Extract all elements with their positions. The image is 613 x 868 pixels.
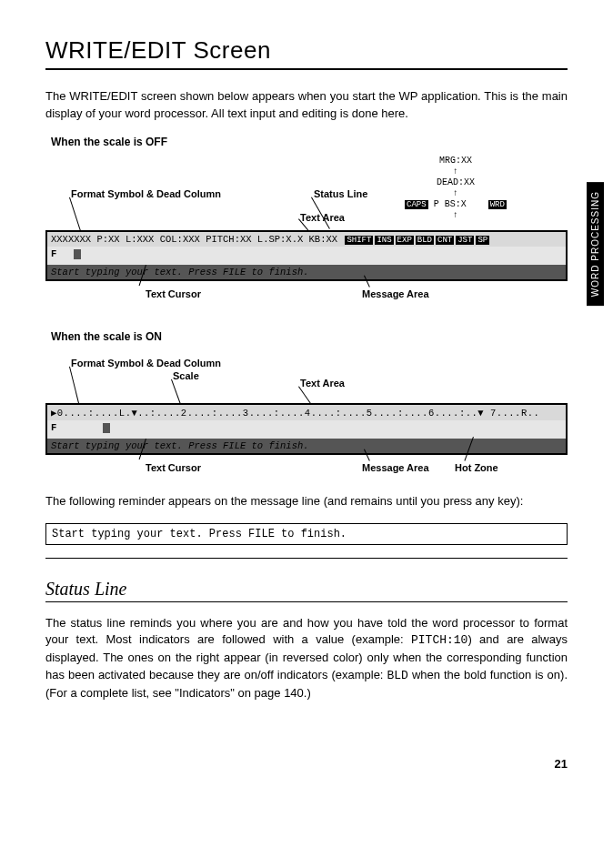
- status-mono-1: PITCH:10: [411, 633, 467, 647]
- text-cursor: [74, 249, 81, 259]
- label-format-symbol: Format Symbol & Dead Column: [71, 358, 221, 368]
- pointer-line: [171, 378, 181, 405]
- format-symbol: F: [51, 248, 56, 259]
- stack-caps: CAPS: [405, 200, 428, 210]
- diagram-on-labels-below: Text Cursor Message Area Hot Zone: [45, 459, 568, 480]
- status-line-paragraph: The status line reminds you where you ar…: [45, 615, 568, 702]
- mock-screen-on: ▶0....:....L.▼..:....2....:....3....:...…: [45, 403, 568, 455]
- label-message-area: Message Area: [362, 462, 429, 473]
- pointer-line: [69, 366, 80, 405]
- label-text-cursor: Text Cursor: [146, 462, 201, 473]
- side-tab: WORD PROCESSING: [587, 182, 604, 306]
- text-cursor: [103, 423, 110, 433]
- message-row: Start typing your text. Press FILE to fi…: [47, 439, 566, 453]
- diagram-scale-off: When the scale is OFF Format Symbol & De…: [45, 136, 568, 307]
- label-scale: Scale: [173, 370, 199, 381]
- label-text-cursor: Text Cursor: [146, 288, 201, 299]
- stack-arrow: ↑: [405, 167, 507, 177]
- diagram-on-heading: When the scale is ON: [51, 330, 568, 343]
- stack-arrow: ↑: [405, 188, 507, 199]
- stack-labels: MRG:XX ↑ DEAD:XX ↑ CAPS P BS:X WRD ↑: [405, 156, 507, 221]
- status-line-heading: Status Line: [45, 579, 568, 600]
- status-line-row: XXXXXXX P:XX L:XXX COL:XXX PITCH:XX L.SP…: [47, 232, 566, 247]
- reminder-intro: The following reminder appears on the me…: [45, 493, 568, 510]
- intro-paragraph: The WRITE/EDIT screen shown below appear…: [45, 88, 568, 123]
- diagram-scale-on: When the scale is ON Format Symbol & Dea…: [45, 330, 568, 480]
- indicator: BLD: [416, 236, 434, 245]
- stack-pbs: P BS:X: [434, 199, 467, 209]
- page-number: 21: [45, 757, 568, 771]
- stack-row3: CAPS P BS:X WRD: [405, 199, 507, 210]
- title-rule: [45, 68, 568, 70]
- reminder-box: Start typing your text. Press FILE to fi…: [45, 523, 568, 545]
- text-area-row: F: [47, 247, 566, 265]
- stack-arrow: ↑: [405, 210, 507, 221]
- diagram-off-heading: When the scale is OFF: [51, 136, 568, 148]
- stack-dead: DEAD:XX: [405, 177, 507, 188]
- status-mono-2: BLD: [387, 669, 408, 682]
- format-symbol: F: [51, 422, 56, 433]
- divider: [45, 558, 568, 559]
- label-status-line: Status Line: [314, 188, 367, 199]
- mock-screen-off: XXXXXXX P:XX L:XXX COL:XXX PITCH:XX L.SP…: [45, 230, 568, 281]
- label-text-area: Text Area: [300, 378, 345, 389]
- divider: [45, 601, 568, 602]
- label-message-area: Message Area: [362, 288, 429, 299]
- diagram-off-labels-below: Text Cursor Message Area: [45, 285, 568, 307]
- scale-bar: ▶0....:....L.▼..:....2....:....3....:...…: [47, 405, 566, 420]
- diagram-off-labels-above: Format Symbol & Dead Column Status Line …: [45, 156, 568, 230]
- diagram-on-labels-above: Format Symbol & Dead Column Scale Text A…: [45, 350, 568, 403]
- indicator: SHIFT: [345, 236, 373, 245]
- stack-wrd: WRD: [488, 200, 507, 210]
- page-title: WRITE/EDIT Screen: [45, 36, 568, 65]
- text-area-row: F: [47, 420, 566, 439]
- indicator: EXP: [396, 236, 414, 245]
- indicator: INS: [375, 236, 393, 245]
- stack-mrg: MRG:XX: [405, 156, 507, 167]
- pointer-line: [69, 197, 82, 233]
- message-row: Start typing your text. Press FILE to fi…: [47, 265, 566, 279]
- indicator: CNT: [436, 236, 454, 245]
- indicator: SP: [476, 236, 489, 245]
- indicator: JST: [456, 236, 474, 245]
- label-hot-zone: Hot Zone: [455, 462, 498, 473]
- label-format-symbol: Format Symbol & Dead Column: [71, 188, 221, 199]
- status-text: XXXXXXX P:XX L:XXX COL:XXX PITCH:XX L.SP…: [51, 234, 337, 245]
